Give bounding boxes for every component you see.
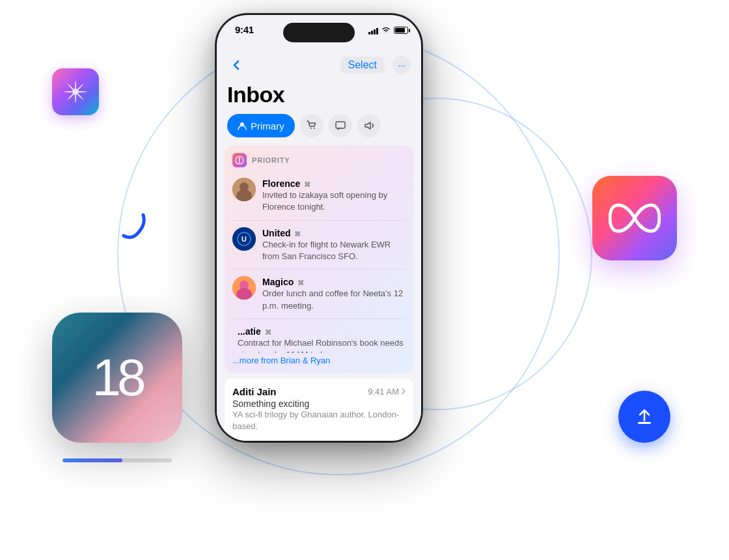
- tab-primary[interactable]: Primary: [227, 114, 295, 137]
- email-sender-magico: Magico ⌘: [262, 276, 406, 288]
- email-preview-united: Check-in for flight to Newark EWR from S…: [262, 239, 406, 262]
- blue-hook-decoration: [117, 208, 150, 241]
- progress-bar-track: [62, 458, 172, 462]
- email-item-katie[interactable]: ...atie ⌘ Contract for Michael Robinson'…: [232, 322, 406, 353]
- regular-email-header: Aditi Jain 9:41 AM: [232, 386, 406, 397]
- email-divider-2: [232, 269, 406, 270]
- megaphone-icon: [364, 120, 374, 131]
- phone-screen: 9:41: [217, 15, 421, 441]
- email-item-florence[interactable]: Florence ⌘ Invited to izakaya soft openi…: [232, 174, 406, 217]
- person-icon: [238, 121, 247, 130]
- svg-point-3: [314, 128, 315, 129]
- filter-tabs: Primary: [217, 114, 421, 145]
- back-button[interactable]: [227, 56, 245, 74]
- email-body-florence: Florence ⌘ Invited to izakaya soft openi…: [262, 178, 406, 214]
- regular-sender: Aditi Jain: [232, 386, 277, 397]
- wifi-icon: [381, 25, 391, 35]
- email-preview-florence: Invited to izakaya soft opening by Flore…: [262, 189, 406, 213]
- primary-tab-label: Primary: [251, 120, 284, 132]
- email-preview-magico: Order lunch and coffee for Neeta's 12 p.…: [262, 288, 406, 311]
- priority-label: PRIORITY: [252, 156, 290, 164]
- svg-text:U: U: [241, 235, 247, 243]
- ios18-app-icon: 18: [52, 313, 182, 443]
- nav-bar: Select ···: [217, 51, 421, 79]
- status-icons: [368, 24, 408, 35]
- ai-sparkle-united: ⌘: [294, 230, 301, 238]
- email-body-united: United ⌘ Check-in for flight to Newark E…: [262, 227, 406, 263]
- ai-sparkle-katie: ⌘: [265, 328, 271, 337]
- more-from-link[interactable]: ...more from Brian & Ryan: [232, 353, 406, 365]
- regular-subject: Something exciting: [232, 399, 406, 409]
- ai-sparkle-florence: ⌘: [304, 180, 310, 189]
- email-sender-florence: Florence ⌘: [262, 178, 406, 189]
- progress-bar-fill: [62, 458, 122, 462]
- infinity-symbol: [609, 202, 661, 234]
- email-item-united[interactable]: U United ⌘ Check-in for flight to Newark…: [232, 223, 406, 267]
- avatar-florence: [232, 178, 256, 201]
- tab-shopping[interactable]: [300, 114, 323, 137]
- inbox-title: Inbox: [217, 79, 421, 114]
- phone-frame: 9:41: [215, 13, 423, 443]
- email-sender-united: United ⌘: [262, 227, 406, 239]
- svg-point-2: [310, 128, 312, 129]
- sparkle-app-icon: [52, 68, 99, 115]
- tab-messages[interactable]: [329, 114, 352, 137]
- cart-icon: [307, 120, 317, 131]
- email-item-aditi[interactable]: Aditi Jain 9:41 AM Something exciting YA…: [225, 378, 413, 440]
- avatar-united: U: [232, 227, 256, 251]
- regular-time: 9:41 AM: [368, 387, 406, 397]
- battery-icon: [394, 27, 408, 34]
- dynamic-island: [283, 23, 355, 42]
- regular-preview: YA sci-fi trilogy by Ghanaian author, Lo…: [232, 409, 406, 432]
- svg-rect-15: [638, 422, 651, 424]
- ios18-text: 18: [92, 348, 143, 408]
- email-body-magico: Magico ⌘ Order lunch and coffee for Neet…: [262, 276, 406, 312]
- upload-button[interactable]: [618, 391, 670, 443]
- svg-rect-4: [336, 122, 345, 128]
- ai-sparkle-magico: ⌘: [297, 279, 304, 287]
- priority-header: PRIORITY: [232, 153, 406, 167]
- email-divider-3: [232, 318, 406, 319]
- priority-section: PRIORITY Floren: [225, 145, 413, 373]
- email-item-magico[interactable]: Magico ⌘ Order lunch and coffee for Neet…: [232, 272, 406, 316]
- infinity-app-icon: [592, 176, 677, 260]
- svg-point-0: [72, 89, 79, 95]
- select-button[interactable]: Select: [340, 57, 385, 74]
- tab-promotions[interactable]: [357, 114, 381, 137]
- email-divider-1: [232, 220, 406, 221]
- email-preview-katie: Contract for Michael Robinson's book nee…: [238, 337, 406, 353]
- priority-icon: [232, 153, 247, 167]
- phone-mockup: 9:41: [215, 13, 423, 443]
- chevron-right-icon: [402, 388, 406, 395]
- email-sender-katie: ...atie ⌘: [238, 326, 406, 337]
- chat-icon: [335, 120, 346, 131]
- mail-content: Select ··· Inbox Primary: [217, 51, 421, 441]
- upload-icon: [634, 406, 655, 427]
- email-body-katie: ...atie ⌘ Contract for Michael Robinson'…: [238, 326, 406, 353]
- nav-actions: Select ···: [340, 56, 411, 74]
- status-time: 9:41: [235, 24, 254, 35]
- more-button[interactable]: ···: [392, 56, 411, 74]
- progress-bar-container: [52, 453, 182, 469]
- avatar-magico: [232, 276, 256, 300]
- signal-icon: [368, 27, 378, 35]
